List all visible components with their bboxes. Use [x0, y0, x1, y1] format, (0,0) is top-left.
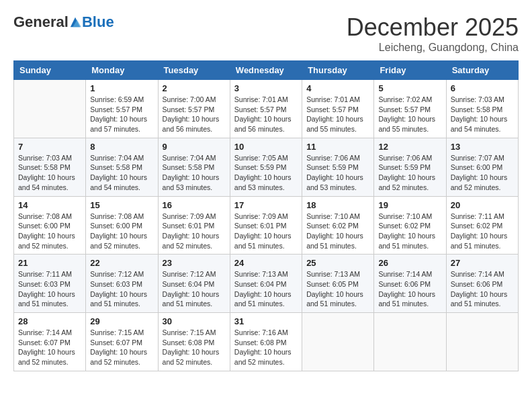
- calendar-cell: [14, 80, 86, 138]
- day-info: Sunrise: 7:10 AM Sunset: 6:02 PM Dayligh…: [378, 212, 441, 251]
- calendar-cell: 20Sunrise: 7:11 AM Sunset: 6:02 PM Dayli…: [446, 196, 518, 255]
- calendar-cell: 4Sunrise: 7:01 AM Sunset: 5:57 PM Daylig…: [302, 80, 374, 138]
- day-info: Sunrise: 7:14 AM Sunset: 6:06 PM Dayligh…: [378, 269, 441, 309]
- calendar-header-thursday: Thursday: [302, 61, 374, 80]
- day-info: Sunrise: 7:04 AM Sunset: 5:58 PM Dayligh…: [90, 153, 153, 193]
- day-number: 8: [90, 142, 153, 152]
- logo: General Blue: [13, 13, 114, 31]
- calendar-cell: 2Sunrise: 7:00 AM Sunset: 5:57 PM Daylig…: [158, 80, 230, 138]
- day-number: 21: [18, 258, 81, 268]
- logo-general: General: [13, 13, 69, 31]
- day-number: 10: [234, 142, 298, 152]
- calendar-cell: 19Sunrise: 7:10 AM Sunset: 6:02 PM Dayli…: [374, 196, 446, 255]
- day-info: Sunrise: 7:10 AM Sunset: 6:02 PM Dayligh…: [306, 212, 369, 251]
- day-info: Sunrise: 7:09 AM Sunset: 6:01 PM Dayligh…: [234, 212, 298, 251]
- calendar-table: SundayMondayTuesdayWednesdayThursdayFrid…: [13, 60, 519, 371]
- day-number: 28: [18, 316, 81, 326]
- day-number: 5: [378, 83, 441, 93]
- calendar-cell: 8Sunrise: 7:04 AM Sunset: 5:58 PM Daylig…: [86, 138, 158, 196]
- calendar-cell: 6Sunrise: 7:03 AM Sunset: 5:58 PM Daylig…: [446, 80, 518, 138]
- calendar-header-monday: Monday: [86, 61, 158, 80]
- logo-blue: Blue: [82, 13, 114, 31]
- day-info: Sunrise: 7:16 AM Sunset: 6:08 PM Dayligh…: [234, 328, 298, 367]
- day-info: Sunrise: 7:03 AM Sunset: 5:58 PM Dayligh…: [451, 95, 514, 134]
- calendar-cell: 29Sunrise: 7:15 AM Sunset: 6:07 PM Dayli…: [86, 313, 158, 371]
- calendar-cell: 22Sunrise: 7:12 AM Sunset: 6:03 PM Dayli…: [86, 255, 158, 313]
- day-info: Sunrise: 7:03 AM Sunset: 5:58 PM Dayligh…: [18, 153, 81, 193]
- calendar-week-row: 1Sunrise: 6:59 AM Sunset: 5:57 PM Daylig…: [14, 80, 519, 138]
- calendar-week-row: 7Sunrise: 7:03 AM Sunset: 5:58 PM Daylig…: [14, 138, 519, 196]
- day-info: Sunrise: 7:06 AM Sunset: 5:59 PM Dayligh…: [378, 153, 441, 193]
- calendar-header-row: SundayMondayTuesdayWednesdayThursdayFrid…: [14, 61, 519, 80]
- day-number: 29: [90, 316, 153, 326]
- calendar-cell: 23Sunrise: 7:12 AM Sunset: 6:04 PM Dayli…: [158, 255, 230, 313]
- calendar-cell: 26Sunrise: 7:14 AM Sunset: 6:06 PM Dayli…: [374, 255, 446, 313]
- day-info: Sunrise: 7:15 AM Sunset: 6:07 PM Dayligh…: [90, 328, 153, 367]
- calendar-header-wednesday: Wednesday: [230, 61, 302, 80]
- day-info: Sunrise: 7:15 AM Sunset: 6:08 PM Dayligh…: [163, 328, 226, 367]
- calendar-cell: 18Sunrise: 7:10 AM Sunset: 6:02 PM Dayli…: [302, 196, 374, 255]
- calendar-cell: 12Sunrise: 7:06 AM Sunset: 5:59 PM Dayli…: [374, 138, 446, 196]
- day-info: Sunrise: 7:07 AM Sunset: 6:00 PM Dayligh…: [451, 153, 514, 193]
- calendar-cell: 14Sunrise: 7:08 AM Sunset: 6:00 PM Dayli…: [14, 196, 86, 255]
- day-number: 7: [18, 142, 81, 152]
- calendar-cell: 24Sunrise: 7:13 AM Sunset: 6:04 PM Dayli…: [230, 255, 302, 313]
- day-number: 25: [306, 258, 369, 268]
- day-number: 27: [451, 258, 514, 268]
- day-info: Sunrise: 7:00 AM Sunset: 5:57 PM Dayligh…: [163, 95, 226, 134]
- calendar-cell: 11Sunrise: 7:06 AM Sunset: 5:59 PM Dayli…: [302, 138, 374, 196]
- day-info: Sunrise: 7:04 AM Sunset: 5:58 PM Dayligh…: [163, 153, 226, 193]
- calendar-cell: 16Sunrise: 7:09 AM Sunset: 6:01 PM Dayli…: [158, 196, 230, 255]
- day-number: 14: [18, 200, 81, 210]
- day-number: 17: [234, 200, 298, 210]
- calendar-week-row: 28Sunrise: 7:14 AM Sunset: 6:07 PM Dayli…: [14, 313, 519, 371]
- calendar-cell: 10Sunrise: 7:05 AM Sunset: 5:59 PM Dayli…: [230, 138, 302, 196]
- page-header: General Blue December 2025 Leicheng, Gua…: [13, 13, 519, 54]
- calendar-cell: [302, 313, 374, 371]
- calendar-cell: 1Sunrise: 6:59 AM Sunset: 5:57 PM Daylig…: [86, 80, 158, 138]
- day-info: Sunrise: 7:11 AM Sunset: 6:03 PM Dayligh…: [18, 269, 81, 309]
- logo-icon: [69, 16, 81, 28]
- day-number: 4: [306, 83, 369, 93]
- day-number: 26: [378, 258, 441, 268]
- calendar-cell: 5Sunrise: 7:02 AM Sunset: 5:57 PM Daylig…: [374, 80, 446, 138]
- title-block: December 2025 Leicheng, Guangdong, China: [347, 13, 519, 54]
- day-number: 13: [451, 142, 514, 152]
- calendar-cell: 3Sunrise: 7:01 AM Sunset: 5:57 PM Daylig…: [230, 80, 302, 138]
- day-number: 3: [234, 83, 298, 93]
- day-info: Sunrise: 7:14 AM Sunset: 6:06 PM Dayligh…: [451, 269, 514, 309]
- calendar-cell: 30Sunrise: 7:15 AM Sunset: 6:08 PM Dayli…: [158, 313, 230, 371]
- day-number: 30: [163, 316, 226, 326]
- calendar-cell: 31Sunrise: 7:16 AM Sunset: 6:08 PM Dayli…: [230, 313, 302, 371]
- calendar-cell: 28Sunrise: 7:14 AM Sunset: 6:07 PM Dayli…: [14, 313, 86, 371]
- day-number: 20: [451, 200, 514, 210]
- calendar-week-row: 14Sunrise: 7:08 AM Sunset: 6:00 PM Dayli…: [14, 196, 519, 255]
- day-info: Sunrise: 7:02 AM Sunset: 5:57 PM Dayligh…: [378, 95, 441, 134]
- day-info: Sunrise: 7:01 AM Sunset: 5:57 PM Dayligh…: [306, 95, 369, 134]
- day-info: Sunrise: 7:01 AM Sunset: 5:57 PM Dayligh…: [234, 95, 298, 134]
- day-number: 22: [90, 258, 153, 268]
- day-info: Sunrise: 7:12 AM Sunset: 6:04 PM Dayligh…: [163, 269, 226, 309]
- calendar-header-friday: Friday: [374, 61, 446, 80]
- day-info: Sunrise: 7:08 AM Sunset: 6:00 PM Dayligh…: [18, 212, 81, 251]
- calendar-cell: 17Sunrise: 7:09 AM Sunset: 6:01 PM Dayli…: [230, 196, 302, 255]
- calendar-cell: [374, 313, 446, 371]
- calendar-cell: 13Sunrise: 7:07 AM Sunset: 6:00 PM Dayli…: [446, 138, 518, 196]
- day-number: 9: [163, 142, 226, 152]
- day-number: 2: [163, 83, 226, 93]
- calendar-cell: 7Sunrise: 7:03 AM Sunset: 5:58 PM Daylig…: [14, 138, 86, 196]
- calendar-header-tuesday: Tuesday: [158, 61, 230, 80]
- day-info: Sunrise: 7:05 AM Sunset: 5:59 PM Dayligh…: [234, 153, 298, 193]
- day-info: Sunrise: 7:13 AM Sunset: 6:05 PM Dayligh…: [306, 269, 369, 309]
- day-number: 18: [306, 200, 369, 210]
- day-info: Sunrise: 6:59 AM Sunset: 5:57 PM Dayligh…: [90, 95, 153, 134]
- day-info: Sunrise: 7:12 AM Sunset: 6:03 PM Dayligh…: [90, 269, 153, 309]
- calendar-cell: 25Sunrise: 7:13 AM Sunset: 6:05 PM Dayli…: [302, 255, 374, 313]
- calendar-cell: [446, 313, 518, 371]
- day-info: Sunrise: 7:08 AM Sunset: 6:00 PM Dayligh…: [90, 212, 153, 251]
- day-number: 24: [234, 258, 298, 268]
- day-number: 6: [451, 83, 514, 93]
- calendar-header-sunday: Sunday: [14, 61, 86, 80]
- day-number: 19: [378, 200, 441, 210]
- day-number: 12: [378, 142, 441, 152]
